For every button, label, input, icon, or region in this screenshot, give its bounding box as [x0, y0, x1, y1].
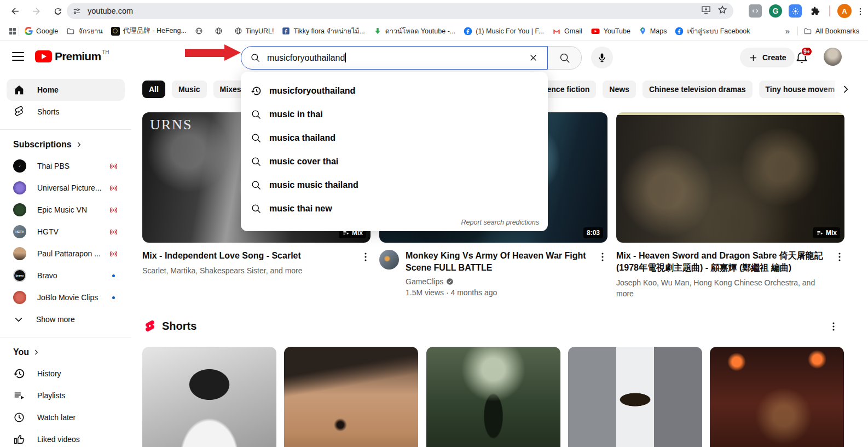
bookmark-google[interactable]: Google	[25, 27, 58, 35]
extension-code-icon[interactable]	[749, 4, 762, 18]
browser-profile-avatar[interactable]: A	[837, 4, 852, 18]
bookmarks-overflow-chevron[interactable]: »	[785, 26, 790, 36]
clear-search-button[interactable]	[525, 50, 541, 66]
chip-news[interactable]: News	[603, 81, 636, 98]
sidebar-item-history[interactable]: History	[7, 363, 125, 385]
suggestion-item[interactable]: musica thailand	[241, 126, 548, 150]
shorts-thumbnail[interactable]	[142, 347, 276, 447]
browser-forward-button[interactable]	[29, 4, 44, 19]
bookmark-music-for-you[interactable]: (1) Music For You | F...	[464, 27, 544, 36]
chip-chinese-tv-dramas[interactable]: Chinese television dramas	[643, 81, 753, 98]
video-menu-kebab-icon[interactable]	[360, 251, 373, 264]
report-search-predictions-link[interactable]: Report search predictions	[461, 219, 539, 226]
extension-settings-icon[interactable]	[789, 4, 802, 18]
create-button[interactable]: Create	[740, 48, 795, 67]
video-thumbnail[interactable]: Mix	[616, 112, 844, 243]
suggestion-item[interactable]: music cover thai	[241, 150, 548, 173]
voice-search-button[interactable]	[591, 47, 613, 68]
suggestion-item[interactable]: music in thai	[241, 102, 548, 126]
suggestion-item[interactable]: music thai new	[241, 197, 548, 220]
sidebar-item-playlists[interactable]: Playlists	[7, 385, 125, 406]
facebook-icon	[464, 27, 472, 36]
bookmark-site-1[interactable]	[195, 27, 206, 35]
video-card: Mix Mix - Heaven Sword and Dragon Sabre …	[616, 112, 844, 299]
all-bookmarks-button[interactable]: All Bookmarks	[803, 27, 859, 36]
bookmark-youtube[interactable]: YouTube	[591, 26, 630, 36]
chips-scroll-right-button[interactable]	[838, 82, 853, 96]
site-info-icon[interactable]	[72, 7, 82, 16]
chevron-right-icon	[32, 348, 40, 356]
bookmark-youtube-downloader[interactable]: ดาวน์โหลด Youtube -...	[373, 26, 455, 37]
suggestion-item[interactable]: musicforyouthailand	[241, 79, 548, 102]
search-button[interactable]	[548, 46, 582, 70]
chip-music[interactable]: Music	[172, 81, 207, 98]
shorts-thumbnail[interactable]	[284, 347, 418, 447]
notifications-button[interactable]: 9+	[795, 50, 809, 64]
account-avatar[interactable]	[824, 48, 842, 66]
search-icon	[251, 156, 262, 167]
youtube-premium-logo[interactable]: Premium TH	[35, 49, 109, 64]
bookmarks-divider	[19, 27, 19, 36]
sidebar-item-watch-later[interactable]: Watch later	[7, 406, 125, 428]
channel-name[interactable]: GameClips	[406, 277, 592, 286]
browser-reload-button[interactable]	[50, 4, 65, 19]
you-header[interactable]: You	[7, 344, 125, 363]
new-content-dot	[112, 274, 115, 277]
video-title[interactable]: Mix - Independent Love Song - Scarlet	[142, 250, 355, 262]
apps-grid-icon[interactable]	[8, 26, 18, 36]
video-menu-kebab-icon[interactable]	[597, 251, 610, 264]
bookmark-folder[interactable]: จักรยาน	[66, 26, 103, 37]
playlists-icon	[13, 389, 25, 402]
video-menu-kebab-icon[interactable]	[834, 251, 847, 264]
home-icon	[13, 84, 25, 96]
subscription-paul-pattarapon[interactable]: Paul Pattarapon ...	[7, 243, 125, 265]
bookmark-star-icon[interactable]	[717, 4, 728, 15]
extensions-puzzle-icon[interactable]	[808, 4, 821, 18]
shorts-thumbnail[interactable]	[568, 347, 702, 447]
subscription-joblo[interactable]: JoBlo Movie Clips	[7, 286, 125, 308]
bookmark-site-2[interactable]	[215, 27, 226, 35]
bookmark-tinyurl[interactable]: TinyURL!	[234, 27, 274, 35]
show-more-button[interactable]: Show more	[7, 308, 125, 330]
subscription-bravo[interactable]: bravo Bravo	[7, 265, 125, 286]
sidebar-item-liked-videos[interactable]: Liked videos	[7, 428, 125, 447]
bookmark-maps[interactable]: Maps	[639, 27, 667, 35]
bookmark-tikky-flora[interactable]: Tikky flora จำหน่ายไม้...	[282, 26, 364, 37]
sidebar-divider	[0, 337, 131, 337]
video-title[interactable]: Mix - Heaven Sword and Dragon Sabre 倚天屠龍…	[616, 250, 829, 274]
address-bar[interactable]: youtube.com	[67, 3, 733, 19]
search-suggestions-dropdown: musicforyouthailand music in thai musica…	[241, 72, 548, 231]
subscription-thai-pbs[interactable]: ✓ Thai PBS	[7, 155, 125, 177]
shorts-menu-kebab-icon[interactable]	[828, 320, 841, 334]
subscription-universal[interactable]: Universal Picture...	[7, 177, 125, 199]
bookmark-hefeng[interactable]: 代理品牌 - HeFeng...	[111, 26, 187, 36]
extension-grammarly-icon[interactable]: G	[769, 4, 782, 18]
video-title[interactable]: Monkey King Vs Army Of Heaven War Fight …	[406, 250, 592, 274]
search-input[interactable]: musicforyouthailand	[241, 46, 548, 70]
url-text[interactable]: youtube.com	[88, 7, 133, 15]
video-byline[interactable]: Joseph Koo, Wu Man, Hong Kong Chinese Or…	[616, 277, 829, 299]
bookmark-gmail[interactable]: Gmail	[552, 27, 582, 36]
video-meta: 1.5M views · 4 months ago	[406, 287, 592, 298]
video-byline[interactable]: Scarlet, Martika, Shakespears Sister, an…	[142, 265, 355, 276]
suggestion-item[interactable]: music music thailand	[241, 173, 548, 197]
channel-avatar[interactable]	[379, 250, 399, 270]
maps-pin-icon	[639, 27, 647, 35]
guide-menu-icon[interactable]	[12, 52, 24, 61]
subscription-epic-music-vn[interactable]: Epic Music VN	[7, 199, 125, 221]
subscription-hgtv[interactable]: HGTV HGTV	[7, 221, 125, 243]
subscriptions-header[interactable]: Subscriptions	[7, 136, 125, 155]
shorts-thumbnail[interactable]	[426, 347, 560, 447]
bookmark-facebook-login[interactable]: เข้าสู่ระบบ Facebook	[675, 26, 750, 37]
shorts-logo-icon	[143, 319, 157, 333]
shorts-thumbnail[interactable]	[710, 347, 844, 447]
clock-icon	[13, 411, 25, 423]
chip-all[interactable]: All	[142, 81, 165, 98]
browser-menu-kebab-icon[interactable]	[853, 4, 867, 19]
browser-back-button[interactable]	[8, 4, 22, 19]
sidebar-item-home[interactable]: Home	[7, 79, 125, 101]
install-app-icon[interactable]	[701, 4, 711, 15]
annotation-arrow-head	[224, 44, 241, 61]
new-content-dot	[112, 296, 115, 299]
sidebar-item-shorts[interactable]: Shorts	[7, 101, 125, 123]
